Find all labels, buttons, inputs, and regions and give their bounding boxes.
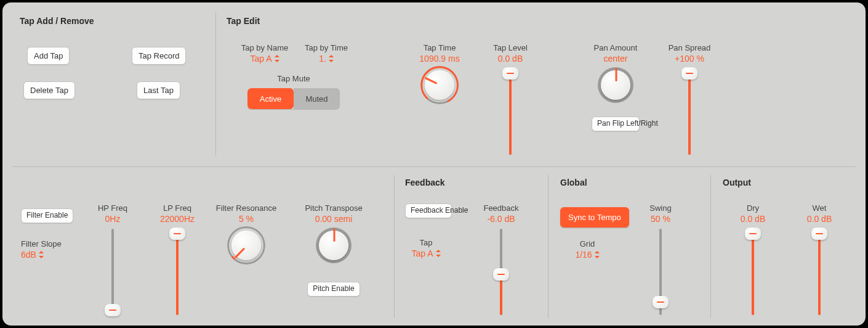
hp-freq-value: 0Hz	[105, 214, 121, 224]
pan-amount-label: Pan Amount	[594, 43, 638, 52]
divider	[548, 175, 549, 318]
chevrons-updown-icon	[329, 55, 334, 62]
tap-by-name-label: Tap by Name	[241, 43, 289, 52]
grid-label: Grid	[580, 239, 595, 248]
feedback-level-value: -6.0 dB	[487, 214, 515, 224]
sync-to-tempo-button[interactable]: Sync to Tempo	[560, 207, 629, 228]
tap-add-remove-title: Tap Add / Remove	[20, 16, 94, 26]
tap-mute-muted[interactable]: Muted	[294, 88, 340, 109]
feedback-level-slider[interactable]	[492, 229, 510, 315]
hp-freq-slider[interactable]	[103, 229, 122, 315]
divider	[215, 12, 216, 155]
tap-time-label: Tap Time	[424, 43, 456, 52]
add-tap-button[interactable]: Add Tap	[27, 47, 70, 65]
hp-freq-label: HP Freq	[98, 203, 127, 213]
chevrons-updown-icon	[275, 55, 279, 62]
filter-enable-button[interactable]: Filter Enable	[21, 208, 73, 223]
pan-amount-value: center	[604, 54, 628, 64]
delete-tap-button[interactable]: Delete Tap	[23, 81, 75, 99]
tap-by-name-select[interactable]: Tap A	[250, 54, 279, 64]
lp-freq-label: LP Freq	[163, 203, 191, 213]
filter-resonance-value: 5 %	[239, 214, 254, 224]
dry-slider[interactable]	[744, 229, 762, 315]
tap-record-button[interactable]: Tap Record	[132, 47, 186, 65]
pan-spread-slider[interactable]	[680, 68, 699, 155]
wet-slider[interactable]	[810, 229, 829, 315]
tap-mute-active[interactable]: Active	[247, 88, 294, 109]
pitch-transpose-value: 0.00 semi	[315, 214, 353, 224]
tap-mute-label: Tap Mute	[277, 74, 310, 83]
swing-slider[interactable]	[651, 229, 670, 315]
last-tap-button[interactable]: Last Tap	[137, 81, 180, 99]
dry-value: 0.0 dB	[741, 214, 765, 224]
tap-edit-title: Tap Edit	[227, 16, 260, 26]
divider	[12, 166, 856, 167]
filter-resonance-knob[interactable]	[228, 228, 264, 263]
lp-freq-slider[interactable]	[168, 229, 187, 315]
pan-spread-label: Pan Spread	[669, 43, 711, 52]
filter-slope-select[interactable]: 6dB	[21, 250, 44, 260]
divider	[394, 175, 395, 318]
tap-level-label: Tap Level	[493, 43, 528, 52]
tap-by-time-select[interactable]: 1.	[319, 54, 334, 64]
output-title: Output	[723, 178, 751, 187]
chevrons-updown-icon	[39, 251, 44, 258]
feedback-tap-select[interactable]: Tap A	[411, 248, 440, 258]
tap-mute-toggle[interactable]: Active Muted	[247, 88, 340, 109]
chevrons-updown-icon	[595, 251, 600, 258]
feedback-level-label: Feedback	[483, 203, 518, 213]
grid-select[interactable]: 1/16	[575, 250, 599, 260]
pitch-transpose-knob[interactable]	[316, 228, 352, 263]
pitch-enable-button[interactable]: Pitch Enable	[307, 282, 360, 297]
feedback-tap-label: Tap	[420, 238, 433, 247]
filter-resonance-label: Filter Resonance	[216, 203, 276, 213]
lp-freq-value: 22000Hz	[160, 214, 195, 224]
tap-time-knob[interactable]	[422, 67, 457, 103]
tap-level-value: 0.0 dB	[498, 54, 523, 64]
dry-label: Dry	[747, 203, 759, 213]
feedback-title: Feedback	[405, 178, 445, 187]
swing-value: 50 %	[651, 214, 670, 224]
global-title: Global	[560, 178, 587, 187]
pitch-transpose-label: Pitch Transpose	[305, 203, 362, 213]
pan-flip-button[interactable]: Pan Flip Left/Right	[592, 117, 640, 131]
pan-amount-knob[interactable]	[598, 67, 633, 103]
tap-level-slider[interactable]	[501, 68, 520, 155]
tap-time-value: 1090.9 ms	[419, 54, 459, 64]
swing-label: Swing	[649, 203, 671, 213]
divider	[710, 175, 711, 318]
pan-spread-value: +100 %	[675, 54, 704, 64]
tap-by-time-label: Tap by Time	[305, 43, 348, 52]
feedback-enable-button[interactable]: Feedback Enable	[405, 203, 452, 218]
wet-value: 0.0 dB	[807, 214, 832, 224]
plugin-panel: Tap Add / Remove Add Tap Tap Record Dele…	[2, 2, 866, 326]
chevrons-updown-icon	[436, 250, 441, 257]
wet-label: Wet	[813, 203, 827, 213]
filter-slope-label: Filter Slope	[21, 239, 62, 248]
